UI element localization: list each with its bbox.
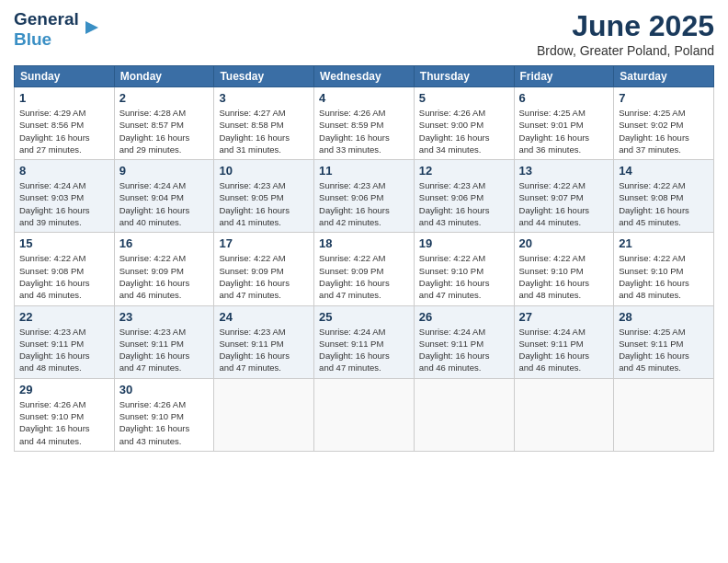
day-info: Sunrise: 4:22 AM Sunset: 9:10 PM Dayligh… [619, 252, 709, 301]
week-row-2: 8 Sunrise: 4:24 AM Sunset: 9:03 PM Dayli… [15, 160, 714, 233]
col-wednesday: Wednesday [314, 66, 415, 87]
day-info: Sunrise: 4:22 AM Sunset: 9:09 PM Dayligh… [219, 252, 309, 301]
day-number: 3 [219, 91, 309, 105]
day-cell: 18 Sunrise: 4:22 AM Sunset: 9:09 PM Dayl… [314, 233, 415, 305]
col-monday: Monday [114, 66, 214, 87]
col-saturday: Saturday [614, 66, 714, 87]
day-number: 24 [219, 310, 309, 324]
day-cell: 22 Sunrise: 4:23 AM Sunset: 9:11 PM Dayl… [15, 305, 115, 378]
header-row: Sunday Monday Tuesday Wednesday Thursday… [15, 66, 714, 87]
day-cell [614, 378, 714, 451]
day-info: Sunrise: 4:24 AM Sunset: 9:11 PM Dayligh… [419, 326, 509, 374]
day-info: Sunrise: 4:27 AM Sunset: 8:58 PM Dayligh… [219, 107, 309, 155]
day-number: 28 [619, 310, 709, 324]
day-number: 27 [519, 310, 609, 324]
day-cell: 7 Sunrise: 4:25 AM Sunset: 9:02 PM Dayli… [614, 87, 714, 160]
day-info: Sunrise: 4:23 AM Sunset: 9:05 PM Dayligh… [219, 179, 309, 228]
day-number: 16 [119, 236, 210, 250]
day-cell: 24 Sunrise: 4:23 AM Sunset: 9:11 PM Dayl… [214, 305, 314, 378]
col-friday: Friday [514, 66, 614, 87]
day-number: 19 [419, 236, 509, 250]
day-number: 4 [319, 91, 409, 105]
day-cell: 1 Sunrise: 4:29 AM Sunset: 8:56 PM Dayli… [15, 87, 115, 160]
week-row-3: 15 Sunrise: 4:22 AM Sunset: 9:08 PM Dayl… [15, 233, 714, 305]
week-row-4: 22 Sunrise: 4:23 AM Sunset: 9:11 PM Dayl… [15, 305, 714, 378]
col-tuesday: Tuesday [214, 66, 314, 87]
day-cell: 15 Sunrise: 4:22 AM Sunset: 9:08 PM Dayl… [15, 233, 115, 305]
day-info: Sunrise: 4:25 AM Sunset: 9:01 PM Dayligh… [519, 107, 609, 155]
day-cell: 28 Sunrise: 4:25 AM Sunset: 9:11 PM Dayl… [614, 305, 714, 378]
day-number: 29 [19, 383, 109, 396]
day-cell: 23 Sunrise: 4:23 AM Sunset: 9:11 PM Dayl… [114, 305, 214, 378]
day-info: Sunrise: 4:28 AM Sunset: 8:57 PM Dayligh… [119, 107, 210, 155]
day-number: 14 [619, 164, 709, 178]
day-info: Sunrise: 4:23 AM Sunset: 9:11 PM Dayligh… [219, 326, 309, 374]
day-info: Sunrise: 4:22 AM Sunset: 9:08 PM Dayligh… [19, 252, 109, 301]
day-cell: 10 Sunrise: 4:23 AM Sunset: 9:05 PM Dayl… [214, 160, 314, 233]
day-number: 18 [319, 236, 409, 250]
day-cell: 26 Sunrise: 4:24 AM Sunset: 9:11 PM Dayl… [414, 305, 514, 378]
day-cell: 19 Sunrise: 4:22 AM Sunset: 9:10 PM Dayl… [414, 233, 514, 305]
day-cell [214, 378, 314, 451]
day-cell: 6 Sunrise: 4:25 AM Sunset: 9:01 PM Dayli… [514, 87, 614, 160]
day-info: Sunrise: 4:24 AM Sunset: 9:04 PM Dayligh… [119, 179, 210, 228]
day-number: 23 [119, 310, 210, 324]
title-block: June 2025 Brdow, Greater Poland, Poland [537, 9, 714, 58]
svg-marker-0 [85, 21, 98, 34]
day-number: 7 [619, 91, 709, 105]
logo-arrow-icon [82, 17, 102, 38]
day-info: Sunrise: 4:25 AM Sunset: 9:02 PM Dayligh… [619, 107, 709, 155]
day-number: 2 [119, 91, 210, 105]
day-cell [314, 378, 415, 451]
day-info: Sunrise: 4:29 AM Sunset: 8:56 PM Dayligh… [19, 107, 109, 155]
day-cell: 21 Sunrise: 4:22 AM Sunset: 9:10 PM Dayl… [614, 233, 714, 305]
day-number: 30 [119, 383, 210, 396]
day-info: Sunrise: 4:26 AM Sunset: 8:59 PM Dayligh… [319, 107, 409, 155]
day-number: 26 [419, 310, 509, 324]
location-subtitle: Brdow, Greater Poland, Poland [537, 43, 714, 58]
day-info: Sunrise: 4:22 AM Sunset: 9:10 PM Dayligh… [419, 252, 509, 301]
day-number: 15 [19, 236, 109, 250]
calendar-table: Sunday Monday Tuesday Wednesday Thursday… [14, 65, 714, 452]
day-cell: 14 Sunrise: 4:22 AM Sunset: 9:08 PM Dayl… [614, 160, 714, 233]
day-number: 10 [219, 164, 309, 178]
day-info: Sunrise: 4:24 AM Sunset: 9:03 PM Dayligh… [19, 179, 109, 228]
day-number: 17 [219, 236, 309, 250]
day-info: Sunrise: 4:22 AM Sunset: 9:10 PM Dayligh… [519, 252, 609, 301]
day-info: Sunrise: 4:22 AM Sunset: 9:09 PM Dayligh… [319, 252, 409, 301]
day-cell: 20 Sunrise: 4:22 AM Sunset: 9:10 PM Dayl… [514, 233, 614, 305]
day-number: 25 [319, 310, 409, 324]
day-number: 9 [119, 164, 210, 178]
month-year-title: June 2025 [537, 9, 714, 43]
day-number: 1 [19, 91, 109, 105]
col-sunday: Sunday [15, 66, 115, 87]
col-thursday: Thursday [414, 66, 514, 87]
day-info: Sunrise: 4:23 AM Sunset: 9:11 PM Dayligh… [19, 326, 109, 374]
day-cell: 9 Sunrise: 4:24 AM Sunset: 9:04 PM Dayli… [114, 160, 214, 233]
day-info: Sunrise: 4:22 AM Sunset: 9:09 PM Dayligh… [119, 252, 210, 301]
day-cell: 30 Sunrise: 4:26 AM Sunset: 9:10 PM Dayl… [114, 378, 214, 451]
day-number: 20 [519, 236, 609, 250]
day-number: 5 [419, 91, 509, 105]
header: General Blue June 2025 Brdow, Greater Po… [14, 9, 714, 58]
day-number: 12 [419, 164, 509, 178]
day-info: Sunrise: 4:24 AM Sunset: 9:11 PM Dayligh… [319, 326, 409, 374]
day-cell: 27 Sunrise: 4:24 AM Sunset: 9:11 PM Dayl… [514, 305, 614, 378]
day-number: 13 [519, 164, 609, 178]
day-cell: 3 Sunrise: 4:27 AM Sunset: 8:58 PM Dayli… [214, 87, 314, 160]
day-cell: 29 Sunrise: 4:26 AM Sunset: 9:10 PM Dayl… [15, 378, 115, 451]
day-cell [414, 378, 514, 451]
day-info: Sunrise: 4:22 AM Sunset: 9:07 PM Dayligh… [519, 179, 609, 228]
day-number: 21 [619, 236, 709, 250]
day-number: 6 [519, 91, 609, 105]
day-cell: 17 Sunrise: 4:22 AM Sunset: 9:09 PM Dayl… [214, 233, 314, 305]
day-info: Sunrise: 4:24 AM Sunset: 9:11 PM Dayligh… [519, 326, 609, 374]
day-cell: 2 Sunrise: 4:28 AM Sunset: 8:57 PM Dayli… [114, 87, 214, 160]
day-info: Sunrise: 4:26 AM Sunset: 9:10 PM Dayligh… [119, 398, 210, 447]
day-cell: 5 Sunrise: 4:26 AM Sunset: 9:00 PM Dayli… [414, 87, 514, 160]
day-cell: 4 Sunrise: 4:26 AM Sunset: 8:59 PM Dayli… [314, 87, 415, 160]
week-row-5: 29 Sunrise: 4:26 AM Sunset: 9:10 PM Dayl… [15, 378, 714, 451]
day-cell: 12 Sunrise: 4:23 AM Sunset: 9:06 PM Dayl… [414, 160, 514, 233]
day-cell: 13 Sunrise: 4:22 AM Sunset: 9:07 PM Dayl… [514, 160, 614, 233]
day-info: Sunrise: 4:23 AM Sunset: 9:11 PM Dayligh… [119, 326, 210, 374]
